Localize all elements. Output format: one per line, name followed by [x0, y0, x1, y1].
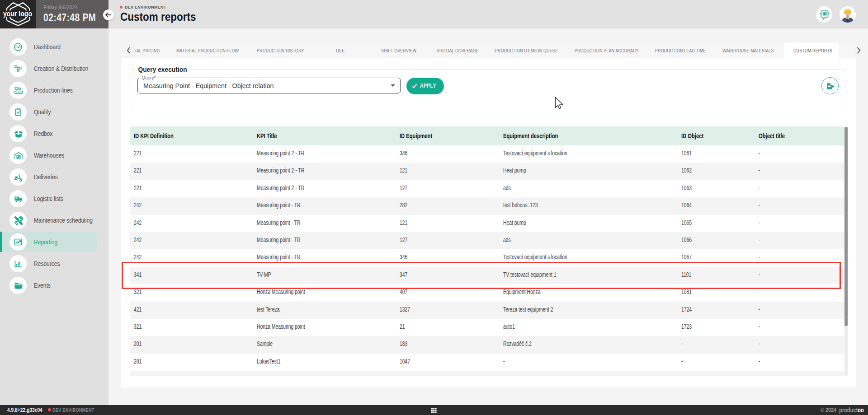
svg-text:your logo: your logo [3, 9, 32, 18]
